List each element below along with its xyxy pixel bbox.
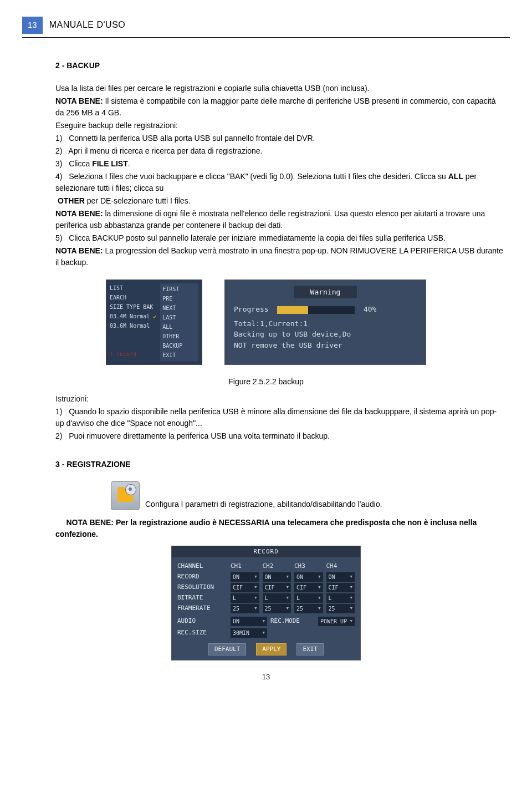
record-icon	[111, 481, 140, 510]
record-ch2: ON▼	[263, 572, 291, 582]
fig-list-menu: FIRST PRE NEXT LAST ALL OTHER BACKUP EXI…	[160, 283, 198, 361]
list-item-1: 1) Connetti la periferica USB alla porta…	[55, 133, 504, 144]
nota-bene-1: NOTA BENE: Il sistema è compatibile con …	[55, 95, 504, 119]
resolution-ch4: CIF▼	[326, 583, 355, 592]
record-ch1: ON▼	[231, 572, 259, 582]
figures-row: LIST EARCH SIZE TYPE BAK 03.4M Normal ✔ …	[22, 279, 510, 365]
page-header: 13 MANUALE D'USO	[22, 17, 510, 34]
record-panel-title: RECORD	[172, 546, 360, 558]
footer-page-number: 13	[22, 672, 510, 683]
recsize-label: REC.SIZE	[177, 628, 227, 638]
row-bitrate-label: BITRATE	[177, 593, 227, 603]
warn-not-remove: NOT remove the USB driver	[234, 340, 417, 351]
menu-first: FIRST	[162, 284, 196, 294]
section-3-body: Configura I parametri di registrazione, …	[55, 481, 504, 540]
ch4-header: CH4	[326, 562, 355, 571]
progress-line: Progress 40%	[234, 304, 417, 315]
recsize-value: 30MIN▼	[231, 628, 267, 638]
nota-prefix-1: NOTA BENE:	[55, 96, 103, 105]
warn-backing: Backing up to USB device,Do	[234, 329, 417, 340]
fig-list-search: EARCH	[110, 293, 160, 302]
record-panel: RECORD CHANNEL CH1 CH2 CH3 CH4 RECORD ON…	[171, 546, 361, 661]
progress-bar	[277, 306, 355, 314]
nota-bene-2: NOTA BENE: la dimensione di ogni file è …	[55, 208, 504, 231]
nota-prefix-2: NOTA BENE:	[55, 209, 103, 218]
bitrate-ch2: L▼	[263, 593, 291, 603]
apply-button: APPLY	[256, 643, 287, 656]
row-channel-label: CHANNEL	[177, 562, 227, 571]
fig-list-title: LIST	[110, 283, 160, 293]
audio-value: ON▼	[231, 617, 267, 626]
menu-pre: PRE	[162, 294, 196, 303]
record-ch3: ON▼	[294, 572, 323, 582]
page-number-box: 13	[22, 17, 43, 34]
menu-last: LAST	[162, 313, 196, 322]
default-button: DEFAULT	[208, 643, 246, 656]
figure-warning-panel: Warning Progress 40% Total:1,Current:1 B…	[224, 279, 426, 365]
framerate-ch1: 25▼	[231, 604, 259, 613]
manual-title: MANUALE D'USO	[49, 18, 126, 32]
list-item-3: 3) Clicca FILE LIST.	[55, 158, 504, 170]
menu-next: NEXT	[162, 303, 196, 313]
nota-prefix-3: NOTA BENE:	[55, 246, 103, 255]
config-text: Configura I parametri di registrazione, …	[145, 499, 382, 510]
nota-bene-3: NOTA BENE: La progression del Backup ver…	[55, 245, 504, 268]
fig-list-row-1: 03.4M Normal ✔	[110, 312, 160, 321]
ch3-header: CH3	[294, 562, 323, 571]
menu-backup: BACKUP	[162, 341, 196, 350]
fig-list-footer: f record	[110, 349, 160, 359]
ch1-header: CH1	[231, 562, 259, 571]
menu-all: ALL	[162, 322, 196, 332]
figure-list-panel: LIST EARCH SIZE TYPE BAK 03.4M Normal ✔ …	[106, 279, 202, 365]
nota-rest-1: Il sistema è compatibile con la maggior …	[55, 96, 495, 117]
istruzione-1: 1) Quando lo spazio disponibile nella pe…	[55, 406, 504, 429]
framerate-ch2: 25▼	[263, 604, 291, 613]
header-rule	[22, 37, 510, 38]
resolution-ch2: CIF▼	[263, 583, 291, 592]
istruzioni-label: Istruzioni:	[55, 393, 510, 405]
istruzione-2: 2) Puoi rimuovere direttamente la perife…	[55, 430, 504, 442]
nota-bene-rec: NOTA BENE: Per la registrazione audio è …	[55, 517, 504, 540]
list-item-4: 4) Seleziona I files che vuoi backuppare…	[55, 171, 504, 194]
list-item-4-other: OTHER per DE-selezionare tutti I files.	[55, 195, 504, 207]
section-2-body: Usa la lista dei files per cercare le re…	[55, 83, 504, 268]
section-3-heading: 3 - REGISTRAZIONE	[55, 459, 510, 470]
resolution-ch3: CIF▼	[294, 583, 323, 592]
bitrate-ch4: L▼	[326, 593, 355, 603]
row-framerate-label: FRAMERATE	[177, 604, 227, 613]
record-buttons: DEFAULT APPLY EXIT	[172, 639, 360, 657]
menu-other: OTHER	[162, 332, 196, 341]
ch2-header: CH2	[263, 562, 291, 571]
warn-total: Total:1,Current:1	[234, 318, 417, 329]
eseguire-line: Eseguire backup delle registrazioni:	[55, 120, 504, 131]
row-record-label: RECORD	[177, 572, 227, 582]
list-item-5: 5) Clicca BACKUP posto sul pannello late…	[55, 232, 504, 244]
nota-rest-3: La progression del Backup verrà mostrato…	[55, 246, 503, 267]
row-resolution-label: RESOLUTION	[177, 583, 227, 592]
record-ch4: ON▼	[326, 572, 355, 582]
resolution-ch1: CIF▼	[231, 583, 259, 592]
exit-button: EXIT	[296, 643, 324, 656]
bitrate-ch3: L▼	[294, 593, 323, 603]
intro-text: Usa la lista dei files per cercare le re…	[55, 83, 504, 94]
audio-label: AUDIO	[177, 617, 227, 626]
figure-caption: Figure 2.5.2.2 backup	[22, 376, 510, 388]
recmode-value: POWER UP▼	[318, 617, 355, 626]
section-2-heading: 2 - BACKUP	[55, 60, 510, 72]
fig-list-cols: SIZE TYPE BAK	[110, 302, 160, 312]
fig-list-row-2: 03.6M Normal	[110, 321, 160, 331]
framerate-ch3: 25▼	[294, 604, 323, 613]
framerate-ch4: 25▼	[326, 604, 355, 613]
recmode-label: REC.MODE	[270, 617, 315, 626]
list-item-2: 2) Apri il menu di ricerca e ricerca per…	[55, 145, 504, 157]
progress-pct: 40%	[364, 305, 376, 313]
menu-exit: EXIT	[162, 350, 196, 360]
bitrate-ch1: L▼	[231, 593, 259, 603]
nota-rest-2: la dimensione di ogni file è mostrata ne…	[55, 209, 485, 230]
warning-title: Warning	[294, 286, 357, 299]
